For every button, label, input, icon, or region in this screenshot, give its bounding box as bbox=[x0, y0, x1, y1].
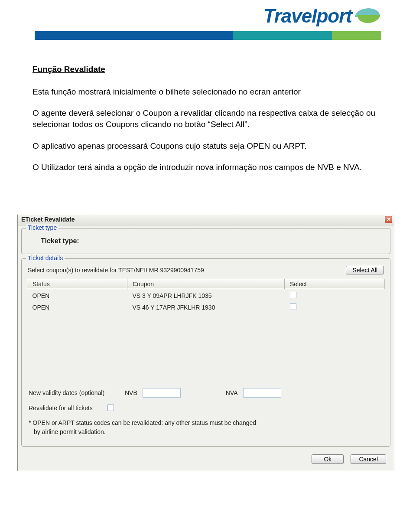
nva-label: NVA bbox=[226, 389, 238, 396]
nva-input[interactable] bbox=[243, 388, 281, 398]
nvb-label: NVB bbox=[125, 389, 137, 396]
status-note-line: * OPEN or ARPT status codes can be reval… bbox=[29, 418, 383, 428]
table-row: OPEN VS 46 Y 17APR JFKLHR 1930 bbox=[27, 301, 385, 313]
page-header: Travelport bbox=[0, 0, 416, 27]
article-paragraph: O agente deverá selecionar o Coupon a re… bbox=[32, 108, 384, 130]
dialog-titlebar[interactable]: ETicket Revalidate ✕ bbox=[18, 214, 394, 225]
cancel-button[interactable]: Cancel bbox=[351, 454, 386, 464]
brand-swoosh-icon bbox=[355, 7, 381, 26]
close-icon[interactable]: ✕ bbox=[385, 216, 392, 223]
coupon-select-checkbox[interactable] bbox=[290, 292, 296, 298]
eticket-revalidate-dialog: ETicket Revalidate ✕ Ticket type Ticket … bbox=[17, 214, 394, 471]
select-coupons-text: Select coupon(s) to revaildate for TEST/… bbox=[28, 267, 204, 274]
col-header-select: Select bbox=[285, 279, 385, 289]
brand-color-bar bbox=[35, 31, 381, 40]
ticket-type-label: Ticket type: bbox=[27, 233, 385, 248]
ticket-type-group: Ticket type Ticket type: bbox=[21, 228, 390, 254]
article-paragraph: Esta função mostrará inicialmente o bilh… bbox=[32, 86, 384, 98]
brand-logo: Travelport bbox=[263, 5, 381, 27]
col-header-status: Status bbox=[27, 279, 127, 289]
validity-dates-label: New validity dates (optional) bbox=[29, 389, 120, 396]
ticket-details-legend: Ticket details bbox=[26, 255, 65, 261]
table-row: OPEN VS 3 Y 09APR LHRJFK 1035 bbox=[27, 289, 385, 301]
coupon-cell: VS 3 Y 09APR LHRJFK 1035 bbox=[127, 289, 285, 301]
article-paragraph: O aplicativo apenas processará Coupons c… bbox=[32, 140, 384, 152]
status-cell: OPEN bbox=[27, 289, 127, 301]
ticket-details-group: Ticket details Select coupon(s) to revai… bbox=[21, 258, 390, 447]
status-note-line: by airline permit validation. bbox=[29, 428, 383, 437]
nvb-input[interactable] bbox=[143, 388, 181, 398]
dialog-title: ETicket Revalidate bbox=[21, 216, 75, 223]
revalidate-all-checkbox[interactable] bbox=[107, 405, 114, 411]
coupon-select-checkbox[interactable] bbox=[290, 304, 296, 310]
coupons-table: Status Coupon Select OPEN VS 3 Y 09APR L… bbox=[27, 279, 385, 313]
brand-logo-text: Travelport bbox=[263, 5, 352, 27]
coupon-cell: VS 46 Y 17APR JFKLHR 1930 bbox=[127, 301, 285, 313]
col-header-coupon: Coupon bbox=[127, 279, 285, 289]
revalidate-all-label: Revalidate for all tickets bbox=[29, 405, 102, 411]
status-cell: OPEN bbox=[27, 301, 127, 313]
ticket-type-legend: Ticket type bbox=[26, 224, 58, 231]
ok-button[interactable]: Ok bbox=[312, 454, 344, 464]
article-paragraph: O Utilizador terá ainda a opção de intro… bbox=[32, 162, 384, 173]
select-all-button[interactable]: Select All bbox=[346, 266, 384, 274]
article-title: Função Revalidate bbox=[32, 64, 384, 75]
